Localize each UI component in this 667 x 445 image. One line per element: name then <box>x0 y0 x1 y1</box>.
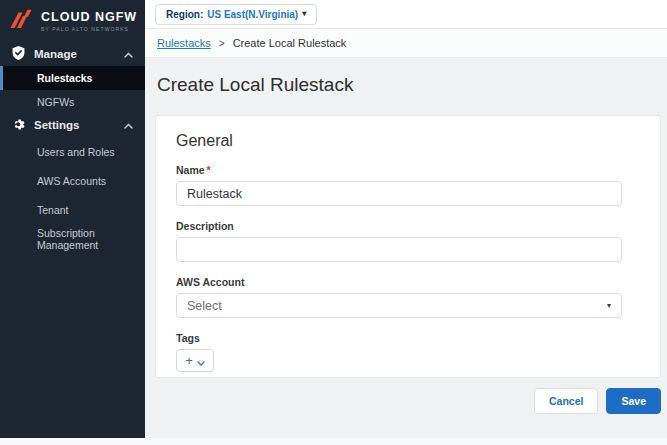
logo: CLOUD NGFW BY PALO ALTO NETWORKS <box>0 0 145 42</box>
topbar: Region: US East(N.Virginia) ▾ <box>145 0 667 29</box>
aws-account-label: AWS Account <box>176 276 622 288</box>
gear-icon <box>12 118 25 133</box>
sidebar-item-rulestacks[interactable]: Rulestacks <box>0 66 145 90</box>
chevron-up-icon <box>124 119 133 131</box>
app-window: CLOUD NGFW BY PALO ALTO NETWORKS Manage … <box>0 0 667 445</box>
palo-alto-logo-icon <box>10 9 34 33</box>
name-label: Name* <box>176 164 622 176</box>
sidebar-item-tenant[interactable]: Tenant <box>0 195 145 224</box>
sidebar-item-subscription-management[interactable]: Subscription Management <box>0 224 145 253</box>
logo-text: CLOUD NGFW BY PALO ALTO NETWORKS <box>41 10 137 32</box>
region-value: US East(N.Virginia) <box>207 9 298 20</box>
main-area: Region: US East(N.Virginia) ▾ Rulestacks… <box>145 0 667 438</box>
add-tag-button[interactable]: + <box>176 349 214 372</box>
logo-subtitle: BY PALO ALTO NETWORKS <box>41 26 137 32</box>
region-selector[interactable]: Region: US East(N.Virginia) ▾ <box>155 4 317 25</box>
sidebar-item-aws-accounts[interactable]: AWS Accounts <box>0 166 145 195</box>
save-button[interactable]: Save <box>606 388 661 414</box>
tags-label: Tags <box>176 332 622 344</box>
sidebar-item-label: Subscription Management <box>37 227 145 251</box>
sidebar-item-label: AWS Accounts <box>37 175 106 187</box>
description-field-group: Description <box>176 220 622 262</box>
breadcrumb-link-rulestacks[interactable]: Rulestacks <box>157 37 211 49</box>
section-title: General <box>176 132 640 150</box>
form-fields: Name* Description AWS Account Select ▾ <box>176 164 640 372</box>
general-card: General Name* Description AWS Account <box>155 115 661 378</box>
logo-title: CLOUD NGFW <box>41 10 137 24</box>
plus-icon: + <box>185 354 193 367</box>
sidebar-item-label: Users and Roles <box>37 146 115 158</box>
name-field-group: Name* <box>176 164 622 206</box>
sidebar-item-ngfws[interactable]: NGFWs <box>0 90 145 113</box>
breadcrumb-current: Create Local Rulestack <box>233 37 347 49</box>
page-title: Create Local Rulestack <box>157 74 662 96</box>
caret-down-icon: ▾ <box>302 10 306 18</box>
shield-check-icon <box>12 46 25 62</box>
tags-field-group: Tags + <box>176 332 622 372</box>
caret-down-icon: ▾ <box>607 302 611 310</box>
aws-account-field-group: AWS Account Select ▾ <box>176 276 622 318</box>
required-marker: * <box>207 164 211 176</box>
breadcrumb: Rulestacks > Create Local Rulestack <box>145 29 667 58</box>
sidebar-section-label: Manage <box>34 48 77 60</box>
description-input[interactable] <box>176 237 622 262</box>
breadcrumb-separator: > <box>219 38 225 49</box>
name-input[interactable] <box>176 181 622 206</box>
cancel-button[interactable]: Cancel <box>534 388 598 414</box>
chevron-up-icon <box>124 48 133 60</box>
sidebar-item-label: Rulestacks <box>37 72 92 84</box>
aws-account-select-value: Select <box>187 299 222 313</box>
sidebar: CLOUD NGFW BY PALO ALTO NETWORKS Manage … <box>0 0 145 438</box>
sidebar-item-label: NGFWs <box>37 96 74 108</box>
sidebar-item-label: Tenant <box>37 204 69 216</box>
form-footer: Cancel Save <box>155 378 662 414</box>
sidebar-section-label: Settings <box>34 119 79 131</box>
region-label: Region: <box>166 9 203 20</box>
chevron-down-icon <box>197 352 205 370</box>
sidebar-item-users-and-roles[interactable]: Users and Roles <box>0 137 145 166</box>
sidebar-section-settings[interactable]: Settings <box>0 113 145 137</box>
sidebar-section-manage[interactable]: Manage <box>0 42 145 66</box>
aws-account-select[interactable]: Select ▾ <box>176 293 622 318</box>
description-label: Description <box>176 220 622 232</box>
content: Create Local Rulestack General Name* Des… <box>145 58 667 438</box>
